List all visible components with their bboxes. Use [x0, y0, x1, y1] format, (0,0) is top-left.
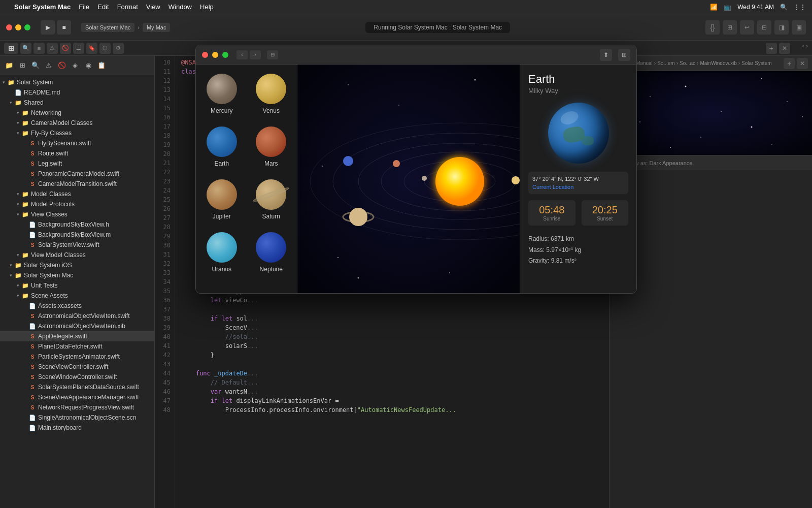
search-icon[interactable]: 🔍: [780, 4, 788, 11]
folder-icon: 📁: [21, 109, 29, 117]
planet-list: Mercury Venus Earth Mars Jupiter: [196, 65, 297, 293]
sidebar-item-10[interactable]: SCameraModelTransition.swift: [0, 179, 154, 189]
planet-item-saturn[interactable]: Saturn: [250, 176, 293, 223]
sidebar-item-34[interactable]: 📄Main.storyboard: [0, 423, 154, 433]
sidebar-item-31[interactable]: SSceneViewAppearanceManager.swift: [0, 392, 154, 402]
neptune-icon: [256, 232, 286, 263]
menu-format[interactable]: Format: [117, 3, 138, 11]
sidebar-vcs-icon[interactable]: ⊞: [17, 60, 27, 71]
menu-file[interactable]: File: [79, 3, 89, 11]
sidebar-item-5[interactable]: ▾📁Fly-By Classes: [0, 128, 154, 138]
sidebar-item-8[interactable]: SLeg.swift: [0, 158, 154, 169]
sidebar-find-icon[interactable]: 🔍: [30, 60, 41, 71]
sidebar-item-32[interactable]: SNetworkRequestProgressView.swift: [0, 402, 154, 412]
sidebar-warning-icon[interactable]: ⚠: [44, 60, 54, 71]
error-icon[interactable]: 🚫: [60, 43, 71, 54]
planet-item-earth[interactable]: Earth: [200, 123, 244, 170]
sidebar-item-27[interactable]: SParticleSystemsAnimator.swift: [0, 352, 154, 362]
sidebar-item-22[interactable]: 📄Assets.xcassets: [0, 301, 154, 311]
sidebar-error-icon[interactable]: 🚫: [57, 60, 67, 71]
close-inspector-button[interactable]: ✕: [797, 58, 808, 69]
sidebar-item-1[interactable]: 📄README.md: [0, 87, 154, 98]
close-button[interactable]: [6, 24, 12, 30]
floating-close-button[interactable]: [202, 52, 208, 58]
settings-icon[interactable]: ⚙: [113, 43, 124, 54]
sidebar-item-3[interactable]: ▾📁Networking: [0, 108, 154, 118]
fullscreen-button[interactable]: [24, 24, 30, 30]
sidebar-item-4[interactable]: ▾📁CameraModel Classes: [0, 118, 154, 128]
sidebar-item-7[interactable]: SRoute.swift: [0, 148, 154, 158]
sidebar-item-14[interactable]: 📄BackgroundSkyBoxView.h: [0, 219, 154, 230]
menu-view[interactable]: View: [146, 3, 160, 11]
floating-fullscreen-button[interactable]: [222, 52, 228, 58]
scheme-selector[interactable]: Solar System Mac: [81, 23, 134, 32]
sidebar-item-33[interactable]: 📄SingleAstronomicalObjectScene.scn: [0, 412, 154, 423]
sidebar-folder-icon[interactable]: 📁: [4, 60, 14, 71]
floating-share-button[interactable]: ⬆: [600, 49, 612, 61]
sidebar-report-icon[interactable]: 📋: [96, 60, 107, 71]
sidebar-item-17[interactable]: ▾📁View Model Classes: [0, 250, 154, 260]
sidebar-item-12[interactable]: ▾📁Model Protocols: [0, 199, 154, 209]
svg-point-4: [761, 78, 762, 79]
editor-layout-button[interactable]: ⊟: [757, 20, 771, 35]
floating-split-button[interactable]: ⊟: [267, 50, 278, 59]
control-center-icon[interactable]: ⋮⋮: [794, 4, 806, 11]
sidebar-item-2[interactable]: ▾📁Shared: [0, 98, 154, 108]
filter-nav-icon[interactable]: ≡: [33, 43, 45, 54]
menu-help[interactable]: Help: [200, 3, 214, 11]
code-review-button[interactable]: {}: [705, 20, 720, 35]
vcs-button[interactable]: ⊞: [723, 20, 737, 35]
planet-item-jupiter[interactable]: Jupiter: [200, 176, 244, 223]
sidebar-item-6[interactable]: SFlyByScenario.swift: [0, 138, 154, 148]
navigator-toggle[interactable]: ▣: [792, 20, 806, 35]
sidebar-debug-icon[interactable]: ◉: [83, 60, 93, 71]
sidebar-item-30[interactable]: SSolarSystemPlanetsDataSource.swift: [0, 382, 154, 392]
back-button[interactable]: ↩: [740, 20, 754, 35]
sidebar-item-9[interactable]: SPanoramicCameraModel.swift: [0, 169, 154, 179]
planet-item-mercury[interactable]: Mercury: [200, 71, 244, 117]
sidebar-item-29[interactable]: SSceneWindowController.swift: [0, 372, 154, 382]
list-view-icon[interactable]: ☰: [73, 43, 84, 54]
menu-edit[interactable]: Edit: [97, 3, 109, 11]
sidebar-item-11[interactable]: ▾📁Model Classes: [0, 189, 154, 199]
sidebar-item-24[interactable]: 📄AstronomicalObjectViewItem.xib: [0, 321, 154, 331]
sidebar-item-20[interactable]: ▾📁Unit Tests: [0, 280, 154, 291]
sidebar-item-0[interactable]: ▾📁Solar System: [0, 77, 154, 87]
floating-expand-button[interactable]: ⊞: [618, 49, 630, 61]
stop-button[interactable]: ■: [57, 20, 71, 35]
floating-back-button[interactable]: ‹: [236, 50, 248, 59]
add-tab-button[interactable]: +: [766, 43, 777, 54]
sidebar-item-15[interactable]: 📄BackgroundSkyBoxView.m: [0, 230, 154, 240]
bookmark-icon[interactable]: 🔖: [86, 43, 97, 54]
nav-expand-button[interactable]: ⊞: [4, 43, 18, 54]
inspector-toggle[interactable]: ◨: [774, 20, 789, 35]
app-menu-name[interactable]: Solar System Mac: [14, 3, 71, 11]
minimize-button[interactable]: [15, 24, 21, 30]
close-tab-button[interactable]: ✕: [779, 43, 790, 54]
search-nav-icon[interactable]: 🔍: [20, 43, 31, 54]
sidebar-item-28[interactable]: SSceneViewController.swift: [0, 362, 154, 372]
sidebar-item-26[interactable]: SPlanetDataFetcher.swift: [0, 341, 154, 352]
sidebar-item-23[interactable]: SAstronomicalObjectViewItem.swift: [0, 311, 154, 321]
menu-window[interactable]: Window: [168, 3, 192, 11]
sidebar-item-21[interactable]: ▾📁Scene Assets: [0, 291, 154, 301]
hierarchy-icon[interactable]: ⬡: [99, 43, 111, 54]
floating-forward-button[interactable]: ›: [250, 50, 261, 59]
planet-item-uranus[interactable]: Uranus: [200, 229, 244, 276]
current-location-link[interactable]: Current Location: [532, 184, 624, 190]
sidebar-item-16[interactable]: SSolarSystemView.swift: [0, 240, 154, 250]
sidebar-item-19[interactable]: ▾📁Solar System Mac: [0, 270, 154, 280]
planet-item-venus[interactable]: Venus: [250, 71, 293, 117]
warning-icon[interactable]: ⚠: [47, 43, 58, 54]
planet-item-neptune[interactable]: Neptune: [250, 229, 293, 276]
sidebar-item-13[interactable]: ▾📁View Classes: [0, 209, 154, 219]
sidebar-item-25[interactable]: SAppDelegate.swift: [0, 331, 154, 341]
destination-selector[interactable]: My Mac: [143, 23, 171, 32]
run-button[interactable]: ▶: [41, 20, 55, 35]
sidebar-item-18[interactable]: ▾📁Solar System iOS: [0, 260, 154, 270]
svg-point-17: [322, 166, 323, 167]
planet-item-mars[interactable]: Mars: [250, 123, 293, 170]
floating-minimize-button[interactable]: [212, 52, 218, 58]
sidebar-test-icon[interactable]: ◈: [70, 60, 80, 71]
add-inspector-button[interactable]: +: [784, 58, 795, 69]
